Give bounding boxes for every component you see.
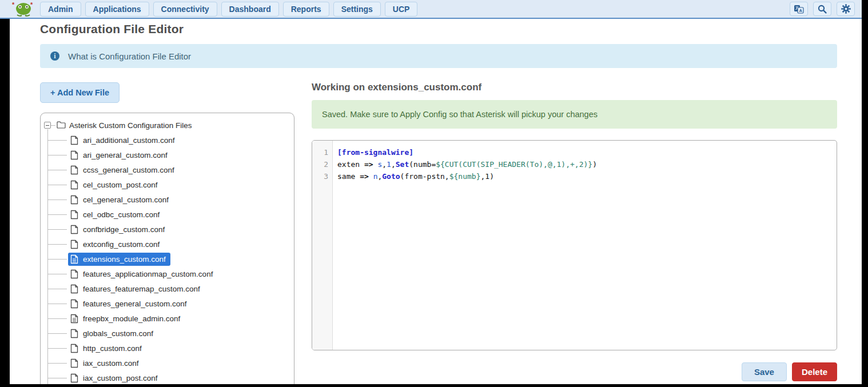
- tree-file-item: iax_custom.conf: [41, 356, 294, 370]
- freepbx-logo-icon[interactable]: * *: [11, 1, 35, 17]
- file-name: cel_general_custom.conf: [83, 196, 169, 204]
- help-banner-text: What is Configuration File Editor: [68, 51, 191, 61]
- file-name: extensions_custom.conf: [83, 255, 166, 264]
- tree-file-item: features_general_custom.conf: [41, 296, 294, 311]
- add-new-file-button[interactable]: + Add New File: [40, 82, 120, 103]
- tree-file-item: ccss_general_custom.conf: [41, 162, 294, 177]
- file-name: ari_general_custom.conf: [83, 151, 168, 159]
- file-tree: ari_additional_custom.conf ari_general_c…: [41, 133, 294, 384]
- saved-alert: Saved. Make sure to Apply Config so that…: [312, 100, 837, 129]
- file-name: http_custom.conf: [83, 344, 142, 353]
- tree-file-item: freepbx_module_admin.conf: [41, 311, 294, 326]
- file-icon: [70, 225, 78, 234]
- help-banner[interactable]: i What is Configuration File Editor: [40, 44, 837, 68]
- file-name: ccss_general_custom.conf: [83, 166, 174, 174]
- file-icon: [70, 180, 78, 190]
- translate-icon[interactable]: A: [790, 2, 808, 16]
- nav-tab-connectivity[interactable]: Connectivity: [153, 2, 217, 17]
- file-icon: [70, 150, 78, 160]
- file-tree-panel: Asterisk Custom Configuration Files ari_…: [40, 113, 294, 384]
- file-name: iax_custom_post.conf: [83, 374, 158, 382]
- tree-file-item: globals_custom.conf: [41, 326, 294, 341]
- app-window: * * AdminApplicationsConnectivityDashboa…: [0, 0, 868, 387]
- tree-file-item: cel_custom_post.conf: [41, 177, 294, 192]
- nav-tab-applications[interactable]: Applications: [85, 2, 149, 17]
- code-editor: 123 [from-signalwire]exten => s,1,Set(nu…: [312, 140, 837, 350]
- file-name: ari_additional_custom.conf: [83, 136, 175, 145]
- file-icon: [70, 210, 78, 220]
- search-icon[interactable]: [813, 2, 831, 16]
- file-icon: [70, 329, 78, 338]
- svg-text:*: *: [12, 1, 15, 8]
- save-button[interactable]: Save: [742, 362, 787, 381]
- tree-file-item: iax_custom_post.conf: [41, 370, 294, 384]
- editor-actions: Save Delete: [312, 362, 837, 381]
- tree-file-item: cel_general_custom.conf: [41, 192, 294, 207]
- tree-file-item: extconfig_custom.conf: [41, 237, 294, 252]
- nav-tab-admin[interactable]: Admin: [40, 2, 81, 17]
- line-number-gutter: 123: [312, 141, 333, 350]
- page-content: Configuration File Editor i What is Conf…: [10, 19, 862, 384]
- collapse-expander-icon[interactable]: [44, 122, 51, 129]
- file-icon: [70, 135, 78, 145]
- gear-icon[interactable]: [837, 2, 855, 16]
- file-name: freepbx_module_admin.conf: [83, 314, 180, 323]
- svg-text:*: *: [30, 1, 33, 8]
- file-icon: [70, 269, 78, 279]
- nav-tab-reports[interactable]: Reports: [283, 2, 329, 17]
- file-icon: [70, 284, 78, 294]
- file-name: extconfig_custom.conf: [83, 240, 160, 249]
- tree-file-item: ari_general_custom.conf: [41, 147, 294, 162]
- file-name: features_general_custom.conf: [83, 300, 187, 308]
- tree-file-item: confbridge_custom.conf: [41, 222, 294, 237]
- nav-tab-ucp[interactable]: UCP: [385, 2, 418, 17]
- nav-tab-dashboard[interactable]: Dashboard: [221, 2, 279, 17]
- file-name: features_applicationmap_custom.conf: [83, 270, 213, 278]
- file-icon: [70, 165, 78, 175]
- navbar-tools: A: [790, 2, 855, 16]
- top-navbar: * * AdminApplicationsConnectivityDashboa…: [0, 0, 862, 19]
- tree-file-item: ari_additional_custom.conf: [41, 133, 294, 147]
- nav-tab-settings[interactable]: Settings: [333, 2, 381, 17]
- tree-file-item: http_custom.conf: [41, 341, 294, 356]
- svg-text:A: A: [799, 8, 802, 13]
- file-name: globals_custom.conf: [83, 329, 153, 338]
- file-icon: [70, 314, 78, 324]
- file-icon: [70, 344, 78, 353]
- file-icon: [70, 299, 78, 309]
- nav-tabs: AdminApplicationsConnectivityDashboardRe…: [40, 2, 417, 17]
- code-area[interactable]: [from-signalwire]exten => s,1,Set(numb=$…: [333, 141, 837, 350]
- file-icon: [70, 254, 78, 264]
- page-title: Configuration File Editor: [40, 22, 184, 36]
- tree-root-label[interactable]: Asterisk Custom Configuration Files: [69, 121, 192, 130]
- working-on-heading: Working on extensions_custom.conf: [312, 82, 481, 93]
- file-icon: [70, 240, 78, 249]
- tree-root-row: Asterisk Custom Configuration Files: [41, 118, 294, 133]
- folder-icon: [57, 121, 66, 131]
- file-name: cel_odbc_custom.conf: [83, 210, 160, 219]
- tree-file-item: cel_odbc_custom.conf: [41, 207, 294, 222]
- tree-file-item: extensions_custom.conf: [41, 252, 294, 266]
- file-icon: [70, 195, 78, 205]
- file-icon: [70, 373, 78, 383]
- tree-file-item: features_applicationmap_custom.conf: [41, 266, 294, 281]
- info-icon: i: [50, 51, 59, 61]
- file-name: features_featuremap_custom.conf: [83, 285, 200, 293]
- tree-file-item: features_featuremap_custom.conf: [41, 281, 294, 296]
- file-name: cel_custom_post.conf: [83, 181, 158, 189]
- file-icon: [70, 358, 78, 368]
- file-name: confbridge_custom.conf: [83, 225, 165, 234]
- delete-button[interactable]: Delete: [792, 362, 837, 381]
- file-name: iax_custom.conf: [83, 359, 139, 368]
